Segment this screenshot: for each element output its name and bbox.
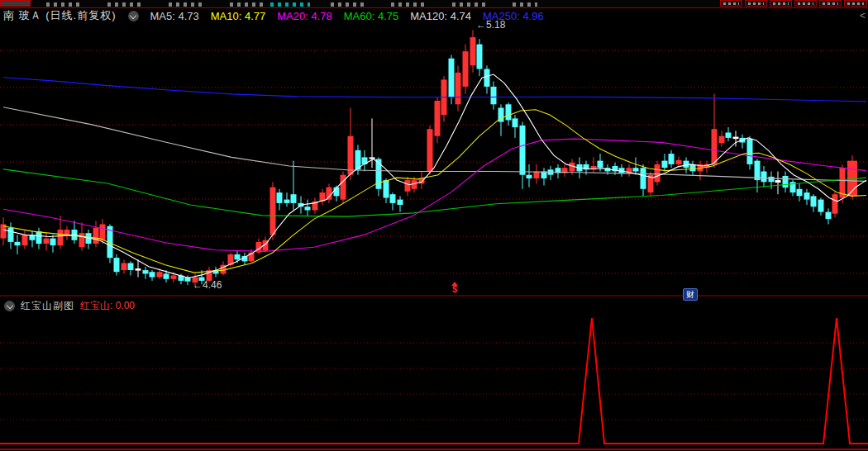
subchart-header: 红宝山副图 红宝山: 0.00 [4,299,135,313]
candle-body [826,212,832,220]
chevron-down-icon[interactable] [4,301,15,311]
candles [1,31,858,287]
candle-body [171,276,177,279]
candle-body [520,126,526,175]
candle-body [136,268,141,271]
candle-body [598,161,603,169]
ma-line-ma60 [3,169,866,216]
candle-body [463,51,469,87]
candle-body [491,87,497,104]
candle-body [783,176,789,188]
candle-body [384,180,389,197]
candle-body [733,137,739,140]
candle-body [669,154,675,164]
candle-body [662,161,668,169]
indicator-line [0,318,868,444]
candle-body [655,164,661,182]
candle-body [712,129,718,164]
candle-body [128,263,134,271]
subchart-indicator-value: 红宝山: 0.00 [80,299,135,313]
candle-body [747,139,753,164]
candle-body [44,239,50,244]
candle-body [143,270,149,273]
candle-body [455,73,461,105]
candle-body [470,37,476,65]
candle-body [64,230,70,235]
candle-body [36,231,42,244]
candle-body [93,228,99,244]
low-price-annotation: ←4.46 [193,279,222,291]
sub-gridlines [0,343,868,420]
candle-body [157,272,163,277]
candle-body [811,196,817,207]
candle-body [277,192,283,203]
candle-body [534,172,540,179]
candle-body [513,118,518,127]
candle-body [761,172,767,183]
candle-body [775,180,781,183]
candle-body [122,263,127,271]
candle-body [484,69,490,87]
candle-body [164,273,169,278]
ma-line-ma250 [3,78,866,102]
candle-body [291,194,297,203]
candle-body [804,192,810,200]
candle-body [22,235,28,245]
candle-body [348,136,354,175]
candle-body [150,272,155,277]
candle-body [427,129,433,171]
candle-body [327,188,332,200]
candle-body [527,175,532,178]
dividend-marker[interactable]: $ [449,282,460,293]
candle-body [818,200,824,212]
candle-body [769,177,775,182]
candle-body [726,133,732,138]
candle-body [797,189,803,197]
candle-body [270,188,276,235]
candle-body [100,225,106,240]
candle-body [8,228,14,242]
candle-body [50,239,56,246]
candle-body [284,200,290,203]
candle-body [235,254,241,259]
candle-body [390,194,396,203]
candle-body [755,161,761,181]
candle-body [633,168,639,171]
candle-body [341,175,346,200]
trading-app-window: 南 玻Ａ (日线.前复权) MA5: 4.73 MA10: 4.77 MA20:… [0,0,868,451]
main-gridlines [0,50,868,273]
candle-body [832,194,838,214]
candle-body [15,242,21,245]
stock-chart [0,0,868,451]
candle-body [506,104,512,120]
dollar-icon: $ [449,286,460,293]
candle-body [435,101,441,136]
candle-body [405,180,411,192]
ma-line-ma20 [3,139,866,251]
candle-body [477,45,483,69]
candle-body [398,200,403,205]
subchart-title: 红宝山副图 [21,299,74,313]
candle-body [305,207,311,210]
candle-body [719,136,725,144]
candle-body [676,160,682,164]
financial-report-marker[interactable]: 财 [683,288,698,301]
candle-body [58,230,64,245]
candle-body [641,168,646,189]
candle-body [114,258,120,272]
candle-body [79,233,85,247]
peak-price-annotation: ←5.18 [476,19,505,31]
candle-body [449,59,455,97]
